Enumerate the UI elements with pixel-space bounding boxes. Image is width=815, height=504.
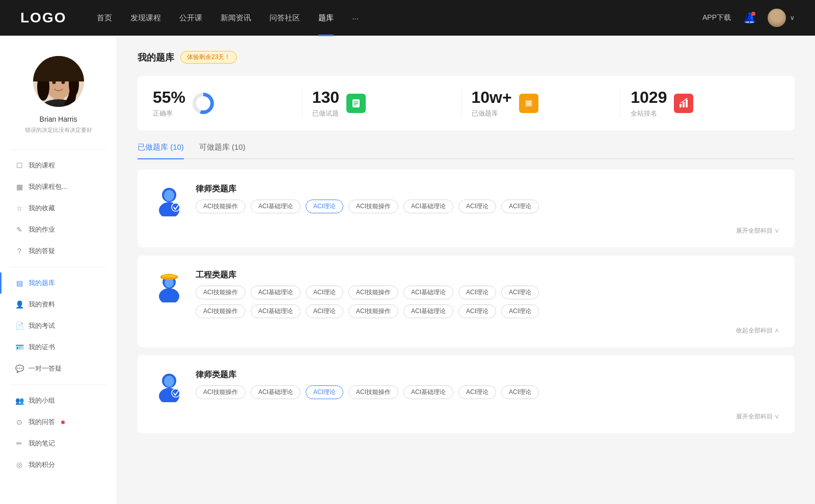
certificate-icon: 🪪: [15, 343, 23, 351]
tab-done-banks[interactable]: 已做题库 (10): [138, 143, 184, 158]
nav-more[interactable]: ···: [352, 14, 359, 22]
stat-done-questions-value: 130: [312, 88, 339, 107]
sidebar-menu: ☐ 我的课程 ▦ 我的课程包... ☆ 我的收藏 ✎ 我的作业 ? 我的答疑: [0, 155, 117, 475]
eng-tag-1[interactable]: ACI技能操作: [196, 286, 246, 299]
expand-link-lawyer-2[interactable]: 展开全部科目 ∨: [153, 412, 779, 421]
sidebar-item-materials-label: 我的资料: [29, 300, 55, 309]
eng-tag-11[interactable]: ACI技能操作: [348, 304, 398, 318]
nav-news[interactable]: 新闻资讯: [221, 13, 251, 23]
tag-aci-theory-active-1[interactable]: ACI理论: [306, 200, 343, 213]
list-stat-icon: [519, 94, 538, 113]
main-layout: Brian Harris 错误的决定比没有决定要好 ☐ 我的课程 ▦ 我的课程包…: [0, 36, 815, 504]
nav-qa[interactable]: 问答社区: [269, 13, 300, 23]
bank-card-lawyer-1-info: 律师类题库 ACI技能操作 ACI基础理论 ACI理论 ACI技能操作 ACI基…: [196, 182, 539, 213]
sidebar-item-questions[interactable]: ? 我的答疑: [0, 240, 117, 262]
stat-done-questions: 130 已做试题: [302, 88, 461, 118]
doc-icon: 📄: [15, 322, 23, 330]
law2-tag-2[interactable]: ACI基础理论: [251, 385, 301, 399]
avatar-image: [768, 9, 786, 27]
donut-inner: [196, 96, 210, 110]
tag-aci-theory-1[interactable]: ACI理论: [458, 200, 496, 213]
page-title: 我的题库: [138, 51, 174, 64]
collapse-link-engineer[interactable]: 收起全部科目 ∧: [153, 326, 779, 335]
eng-tag-5[interactable]: ACI基础理论: [403, 286, 453, 299]
svg-rect-17: [680, 104, 682, 107]
lawyer-icon: [153, 182, 185, 218]
nav-home[interactable]: 首页: [97, 13, 112, 23]
eng-tag-13[interactable]: ACI理论: [458, 304, 496, 318]
sidebar-item-course-packages[interactable]: ▦ 我的课程包...: [0, 176, 117, 198]
sidebar-item-certificates-label: 我的证书: [29, 343, 55, 352]
sidebar-item-notes[interactable]: ✏ 我的笔记: [0, 433, 117, 454]
bank-card-engineer: 工程类题库 ACI技能操作 ACI基础理论 ACI理论 ACI技能操作 ACI基…: [138, 256, 795, 347]
sidebar-item-courses[interactable]: ☐ 我的课程: [0, 155, 117, 176]
svg-rect-18: [683, 102, 685, 107]
eng-tag-14[interactable]: ACI理论: [501, 304, 539, 318]
bank-card-lawyer-1-header: 律师类题库 ACI技能操作 ACI基础理论 ACI理论 ACI技能操作 ACI基…: [153, 182, 779, 218]
eng-tag-9[interactable]: ACI基础理论: [251, 304, 301, 318]
eng-tag-12[interactable]: ACI基础理论: [403, 304, 453, 318]
tag-aci-theory-2[interactable]: ACI理论: [501, 200, 539, 213]
tag-aci-skill-1[interactable]: ACI技能操作: [196, 200, 246, 213]
avatar: [768, 9, 786, 27]
question-circle-icon: ⊙: [15, 418, 23, 426]
nav-public[interactable]: 公开课: [179, 13, 202, 23]
tab-available-banks[interactable]: 可做题库 (10): [199, 143, 246, 158]
stat-done-banks-value: 10w+: [472, 88, 512, 107]
nav-discover[interactable]: 发现课程: [130, 13, 161, 23]
bank-card-lawyer-2: 律师类题库 ACI技能操作 ACI基础理论 ACI理论 ACI技能操作 ACI基…: [138, 355, 795, 433]
logo[interactable]: LOGO: [20, 10, 66, 26]
sidebar-divider-1: [10, 149, 106, 150]
eng-tag-10[interactable]: ACI理论: [306, 304, 343, 318]
sidebar-item-groups[interactable]: 👥 我的小组: [0, 390, 117, 411]
question-icon: ?: [15, 247, 23, 255]
app-download-button[interactable]: APP下载: [702, 13, 731, 22]
tag-aci-basic-2[interactable]: ACI基础理论: [403, 200, 453, 213]
law2-tag-5[interactable]: ACI基础理论: [403, 385, 453, 399]
bank-card-engineer-info: 工程类题库 ACI技能操作 ACI基础理论 ACI理论 ACI技能操作 ACI基…: [196, 268, 779, 318]
user-avatar-menu[interactable]: ∨: [768, 9, 795, 27]
sidebar-item-exams[interactable]: 📄 我的考试: [0, 315, 117, 337]
law2-tag-7[interactable]: ACI理论: [501, 385, 539, 399]
eng-tag-3[interactable]: ACI理论: [306, 286, 343, 299]
law2-tag-6[interactable]: ACI理论: [458, 385, 496, 399]
svg-point-23: [164, 190, 174, 201]
stat-ranking: 1029 全站排名: [620, 88, 779, 118]
svg-rect-30: [162, 275, 176, 277]
file-icon: ☐: [15, 161, 23, 170]
chevron-down-icon: ∨: [790, 14, 795, 21]
law2-tag-3-active[interactable]: ACI理论: [306, 385, 343, 399]
sidebar-item-materials[interactable]: 👤 我的资料: [0, 294, 117, 315]
profile-avatar: [33, 56, 84, 107]
sidebar-item-points[interactable]: ◎ 我的积分: [0, 454, 117, 475]
profile-name: Brian Harris: [40, 115, 77, 123]
eng-tag-4[interactable]: ACI技能操作: [348, 286, 398, 299]
svg-rect-19: [686, 100, 688, 107]
eng-tag-2[interactable]: ACI基础理论: [251, 286, 301, 299]
sidebar-item-one-on-one-label: 一对一答疑: [29, 364, 62, 373]
eng-tag-8[interactable]: ACI技能操作: [196, 304, 246, 318]
svg-point-24: [172, 203, 180, 211]
sidebar-item-favorites[interactable]: ☆ 我的收藏: [0, 198, 117, 219]
sidebar-item-qna[interactable]: ⊙ 我的问答: [0, 411, 117, 433]
bank-card-lawyer-1: 律师类题库 ACI技能操作 ACI基础理论 ACI理论 ACI技能操作 ACI基…: [138, 170, 795, 247]
eng-tag-6[interactable]: ACI理论: [458, 286, 496, 299]
sidebar-item-certificates[interactable]: 🪪 我的证书: [0, 337, 117, 358]
bank-card-engineer-tags-row2: ACI技能操作 ACI基础理论 ACI理论 ACI技能操作 ACI基础理论 AC…: [196, 304, 779, 318]
tag-aci-basic-1[interactable]: ACI基础理论: [251, 200, 301, 213]
sidebar-item-bank[interactable]: ▤ 我的题库: [0, 272, 117, 294]
nav-bank[interactable]: 题库: [318, 13, 334, 23]
notification-bell[interactable]: [741, 10, 757, 26]
tag-aci-skill-2[interactable]: ACI技能操作: [348, 200, 398, 213]
bank-card-engineer-title: 工程类题库: [196, 270, 779, 281]
sidebar-item-favorites-label: 我的收藏: [29, 204, 55, 213]
sidebar-item-homework[interactable]: ✎ 我的作业: [0, 219, 117, 240]
sidebar-item-one-on-one[interactable]: 💬 一对一答疑: [0, 358, 117, 379]
doc-stat-icon: [346, 94, 366, 113]
lawyer-2-icon: [153, 368, 185, 404]
expand-link-lawyer-1[interactable]: 展开全部科目 ∨: [153, 227, 779, 235]
eng-tag-7[interactable]: ACI理论: [501, 286, 539, 299]
law2-tag-1[interactable]: ACI技能操作: [196, 385, 246, 399]
sidebar-item-groups-label: 我的小组: [29, 396, 55, 405]
law2-tag-4[interactable]: ACI技能操作: [348, 385, 398, 399]
